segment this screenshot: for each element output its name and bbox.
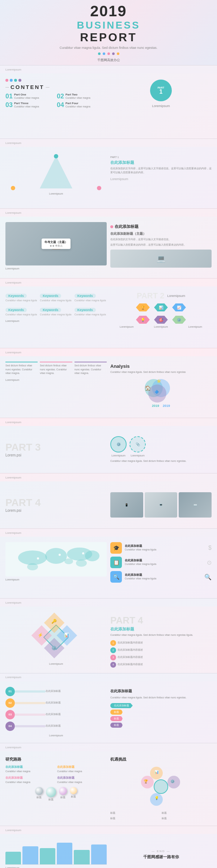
- slide4-right: 在此添加标题 在此添加副标题（主题） 在此添加您的文字内容，这里可以输入文字描述…: [110, 222, 212, 271]
- slide5-layout: Keywords Curabitur vitae magna ligula Ke…: [5, 292, 212, 329]
- tri-dot-top: [54, 154, 58, 158]
- af-4: 标题: [110, 723, 212, 728]
- research-grid: 在此添加标题 Curabitur vitae magna 在此添加标题 Cura…: [5, 765, 107, 784]
- slide-9: Loremipsum 🎓 在此添加标题 Curabitur vitae magn…: [0, 537, 217, 598]
- slide-3: Loremipsum PART 1 在此添加标题 在此添加您的文字内容，这里可以…: [0, 147, 217, 208]
- slide4-body1: 在此添加您的文字内容，这里可以输入文字描述信息。: [110, 238, 212, 242]
- kw-5: Keywords Curabitur vitae magna ligula: [40, 306, 72, 316]
- slide6-right: Analysis Curabitur vitae magna ligula. S…: [110, 362, 212, 408]
- triangle-shape: [40, 156, 72, 188]
- icon-item-1: 🎓 在此添加标题 Curabitur vitae magna ligula $: [110, 542, 212, 554]
- slide5-footer-left: Loremipsum: [5, 319, 107, 323]
- content-label: CONTENT: [10, 84, 44, 90]
- content-lorem: Loremipsum: [152, 104, 170, 108]
- part4-lorem: Lorem.psi: [5, 509, 107, 512]
- r-item-2: 在此添加标题 Curabitur vitae magna: [57, 765, 107, 774]
- part2-label: PART 2: [137, 292, 165, 300]
- dot-5: [117, 52, 119, 55]
- title-brand: 千图网高效办公: [97, 58, 120, 63]
- ball-1: [35, 787, 43, 795]
- slide3-left: Loremipsum: [5, 152, 107, 196]
- item-d: 4 在此添加标题内容描述: [110, 662, 212, 668]
- slide11-layout: 01 在此添加标题 02 在此添加标题 03 在此添加标题 04: [5, 687, 212, 738]
- slide-6: Sed dictum finibus vitae nunc egestas. C…: [0, 356, 217, 418]
- bar-5: [74, 850, 89, 864]
- part-item-4: 04 Part Four Curabitur vitae magna: [57, 102, 107, 109]
- footer-8: Loremipsum: [0, 529, 217, 537]
- slide-11: 01 在此添加标题 02 在此添加标题 03 在此添加标题 04: [0, 681, 217, 743]
- part4-right: PART 4: [110, 616, 212, 625]
- research-label: 研究路路: [5, 757, 107, 762]
- triangle-area: [5, 152, 107, 192]
- icon-item-3: 🔍 在此添加标题 Curabitur vitae magna ligula 🔍: [110, 571, 212, 583]
- slide6-footer-left: Loremipsum: [5, 378, 107, 382]
- item-a: 1 在此添加标题内容描述: [110, 640, 212, 646]
- slide9-layout: Loremipsum 🎓 在此添加标题 Curabitur vitae magn…: [5, 542, 212, 583]
- bar-3: [40, 848, 55, 864]
- deco-dot-3: [14, 79, 17, 82]
- footer-6: Loremipsum: [0, 418, 217, 426]
- slide3-part: PART 1: [110, 156, 212, 158]
- kw-4: Keywords Curabitur vitae magna ligula: [5, 306, 38, 316]
- slide12-left: 研究路路 在此添加标题 Curabitur vitae magna 在此添加标题…: [5, 757, 107, 820]
- slide3-footer-left: Loremipsum: [5, 192, 107, 196]
- item-c: 3 在此添加标题内容描述: [110, 655, 212, 660]
- svg-point-7: [37, 557, 39, 559]
- petal-center: [154, 779, 168, 794]
- footer-9: Loremipsum: [0, 599, 217, 607]
- deco-dot-1: [5, 79, 8, 82]
- step-flow: 01 在此添加标题 02 在此添加标题 03 在此添加标题 04: [5, 687, 107, 731]
- r-item-4: 在此添加标题 Curabitur vitae magna: [57, 776, 107, 784]
- content-layout: — CONTENT — 01 Part One Curabitur vitae …: [5, 79, 212, 109]
- venn-years: 2019 2019: [152, 404, 170, 408]
- oppo-grid: 标题 标题 标题 标题: [110, 811, 212, 820]
- dot-3: [107, 52, 110, 55]
- kw-6: Keywords Curabitur vitae magna ligula: [75, 306, 107, 316]
- bar-1: [5, 852, 21, 864]
- slide5-lorem: Loremipsum: [167, 294, 186, 298]
- world-map: [5, 542, 107, 576]
- col-3: Sed dictum finibus vitae nunc egestas. C…: [75, 362, 107, 375]
- hex-5: 🎯: [154, 316, 168, 324]
- slide-8: PART 4 Lorem.psi 📱 💻 ⌨️: [0, 481, 217, 528]
- af-1: 在此添加标题: [110, 703, 212, 708]
- slide11-right: 在此添加标题 Curabitur vitae magna ligula. Sed…: [110, 687, 212, 738]
- footer-12: Loremipsum: [0, 826, 217, 834]
- slide4-heading-row: 在此添加标题: [110, 224, 212, 229]
- slide3-lorem: Loremipsum: [110, 177, 212, 181]
- slide-7: PART 3 Lorem.psi ⚙️ Loremipsum 📎 Loremip…: [0, 426, 217, 473]
- title-dots: [98, 52, 119, 55]
- part-item-1: 01 Part One Curabitur vitae magna: [5, 93, 55, 100]
- slide12-layout: 研究路路 在此添加标题 Curabitur vitae magna 在此添加标题…: [5, 757, 212, 820]
- dot-2: [103, 52, 105, 55]
- slide13-left: Loremipsum: [5, 839, 107, 868]
- slide-5: Keywords Curabitur vitae magna ligula Ke…: [0, 286, 217, 348]
- slide-13: Loremipsum — END — 千图网感谢一路有你: [0, 834, 217, 868]
- slide5-right: PART 2 Loremipsum 🏆 📊 📈 💡: [110, 292, 212, 329]
- slide7-circle-1: ⚙️ Loremipsum: [110, 436, 127, 458]
- icon-item-2: 📋 在此添加标题 Curabitur vitae magna ligula ⊙: [110, 557, 212, 568]
- svg-point-1: [27, 563, 38, 570]
- slide4-laptop-img: 💻: [110, 250, 212, 268]
- part-items: 01 Part One Curabitur vitae magna 02 Par…: [5, 93, 107, 109]
- slide8-right: 📱 💻 ⌨️: [110, 492, 212, 518]
- slide10-layout: 🔑 ⚡ ⚙️ 📊 Loremipsum PART 4 在此添加标题 Curabi…: [5, 612, 212, 668]
- slide4-left: 📋 年考文题（主题） ★★ 考查点 Loremipsum: [5, 222, 107, 271]
- slide6-cols: Sed dictum finibus vitae nunc egestas. C…: [5, 362, 107, 375]
- slide6-left: Sed dictum finibus vitae nunc egestas. C…: [5, 362, 107, 408]
- step-4: 04 在此添加标题: [5, 722, 107, 731]
- slide4-img-area: 📋 年考文题（主题） ★★ 考查点: [5, 222, 107, 265]
- title-subtitle: Curabitur vitae magna ligula. Sed dictum…: [60, 46, 158, 50]
- part1-badge: PART 1: [150, 80, 172, 101]
- bar-chart: [5, 839, 107, 865]
- af-2: 标题: [110, 710, 212, 715]
- ball-4: [70, 787, 77, 794]
- slide4-footer: Loremipsum: [5, 267, 107, 271]
- slide7-circle-2: 📎 Loremipsum: [129, 436, 146, 458]
- icon-1: 🎓: [110, 542, 122, 554]
- slide7-left: PART 3 Lorem.psi: [5, 442, 107, 457]
- slide7-body: Curabitur vitae magna ligula. Sed dictum…: [110, 459, 212, 463]
- col-1: Sed dictum finibus vitae nunc egestas. C…: [5, 362, 38, 375]
- part-item-3: 03 Part Three Curabitur vitae magna: [5, 102, 55, 109]
- slide-title: 2019 BUSINESS REPORT Curabitur vitae mag…: [0, 0, 217, 65]
